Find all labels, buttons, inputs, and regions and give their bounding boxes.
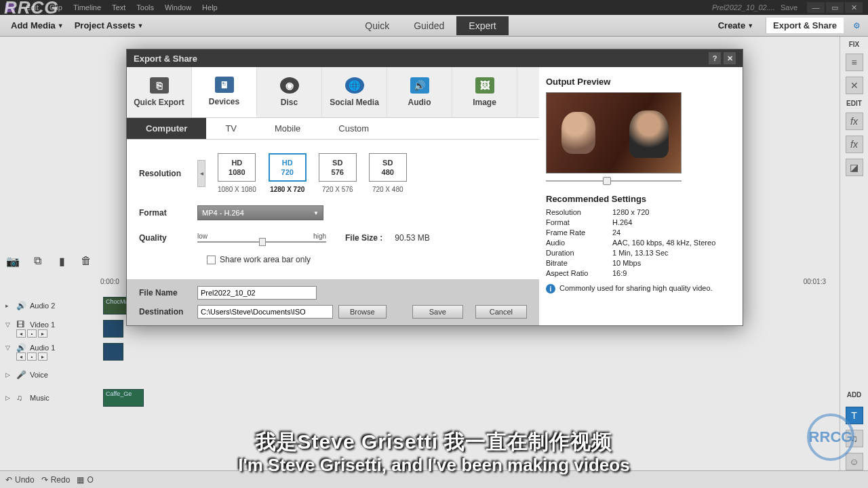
- app-logo-icon: [5, 3, 15, 12]
- transition-icon[interactable]: ◪: [846, 159, 863, 176]
- res-hd-720[interactable]: HD720 1280 X 720: [269, 153, 307, 193]
- camera-icon[interactable]: 📷: [5, 253, 20, 268]
- track-audio1[interactable]: ▽🔊Audio 1 ◂•▸: [5, 342, 840, 362]
- maximize-button[interactable]: ▭: [826, 2, 844, 13]
- destination-input[interactable]: [197, 305, 333, 319]
- audio-clip[interactable]: [103, 343, 123, 361]
- video-clip[interactable]: [103, 320, 123, 338]
- create-button[interactable]: Create▼: [713, 18, 759, 33]
- cat-quick-export[interactable]: ⎘Quick Export: [127, 67, 192, 117]
- main-toolbar: Add Media▼ Project Assets▼ Quick Guided …: [0, 15, 868, 37]
- titles-icon[interactable]: T: [846, 407, 863, 424]
- export-share-toolbar-button[interactable]: Export & Share: [766, 18, 844, 33]
- track-voice[interactable]: ▷🎤Voice: [5, 365, 840, 385]
- track-next-icon[interactable]: ▸: [38, 329, 47, 338]
- fx2-icon[interactable]: fx: [846, 136, 863, 153]
- timeline-tool-row: 📷 ⧉ ▮ 🗑: [5, 253, 94, 268]
- cat-social[interactable]: 🌐Social Media: [322, 67, 387, 117]
- preview-scrub-thumb[interactable]: [603, 177, 611, 185]
- recommended-settings-title: Recommended Settings: [546, 194, 730, 204]
- track-fx-icon[interactable]: •: [27, 329, 37, 338]
- chevron-down-icon: ▼: [313, 210, 319, 216]
- redo-button[interactable]: ↷Redo: [41, 475, 71, 485]
- save-button[interactable]: Save: [412, 305, 463, 319]
- trash-icon[interactable]: 🗑: [79, 253, 94, 268]
- cat-devices[interactable]: 🖥Devices: [192, 67, 257, 117]
- share-workarea-checkbox[interactable]: [207, 256, 216, 264]
- subtab-mobile[interactable]: Mobile: [256, 118, 319, 139]
- menu-clip[interactable]: Clip: [50, 3, 62, 12]
- subtab-custom[interactable]: Custom: [319, 118, 388, 139]
- res-sd-480[interactable]: SD480 720 X 480: [369, 153, 407, 193]
- info-text: Commonly used for sharing high quality v…: [559, 284, 713, 292]
- redo-icon: ↷: [41, 475, 48, 485]
- graphics-icon[interactable]: ☺: [846, 453, 863, 470]
- recommended-settings-list: Resolution1280 x 720 FormatH.264 Frame R…: [546, 208, 730, 277]
- menu-tools[interactable]: Tools: [136, 3, 154, 12]
- menu-text[interactable]: Text: [112, 3, 125, 12]
- menu-help[interactable]: Help: [202, 3, 218, 12]
- res-hd-1080[interactable]: HD1080 1080 X 1080: [218, 153, 256, 193]
- organizer-button[interactable]: ▦ O: [77, 475, 93, 485]
- music-add-icon[interactable]: ♫: [846, 430, 863, 447]
- audio-icon: 🔊: [410, 77, 429, 94]
- menu-edit[interactable]: Edit: [26, 3, 39, 12]
- tools-icon[interactable]: ✕: [846, 77, 863, 94]
- music-clip[interactable]: Caffe_Ge: [103, 389, 144, 407]
- project-assets-button[interactable]: Project Assets▼: [69, 18, 149, 33]
- quality-label: Quality: [139, 233, 197, 243]
- edit-panel-label: EDIT: [846, 100, 862, 107]
- fx-icon[interactable]: fx: [846, 113, 863, 130]
- format-dropdown[interactable]: MP4 - H.264▼: [197, 205, 323, 220]
- track-prev-icon[interactable]: ◂: [16, 329, 26, 338]
- file-size-value: 90.53 MB: [395, 233, 429, 243]
- settings-gear-icon[interactable]: ⚙: [850, 20, 863, 32]
- file-name-input[interactable]: [197, 286, 317, 300]
- res-sd-576[interactable]: SD576 720 X 576: [319, 153, 357, 193]
- format-label: Format: [139, 208, 197, 218]
- marker-icon[interactable]: ▮: [54, 253, 69, 268]
- quick-export-icon: ⎘: [150, 77, 169, 94]
- disc-icon: ◉: [280, 77, 299, 94]
- dialog-title: Export & Share: [134, 54, 197, 64]
- subtab-computer[interactable]: Computer: [127, 118, 206, 139]
- status-bar: ↶Undo ↷Redo ▦ O: [0, 470, 868, 488]
- close-window-button[interactable]: ✕: [845, 2, 863, 13]
- cancel-button[interactable]: Cancel: [475, 305, 527, 319]
- dialog-titlebar: Export & Share ? ✕: [127, 49, 743, 67]
- quality-slider-thumb[interactable]: [259, 238, 266, 246]
- undo-button[interactable]: ↶Undo: [5, 475, 35, 485]
- quality-low-label: low: [197, 232, 208, 240]
- mode-tab-quick[interactable]: Quick: [353, 16, 401, 35]
- menu-timeline[interactable]: Timeline: [73, 3, 101, 12]
- duplicate-icon[interactable]: ⧉: [30, 253, 45, 268]
- cat-audio[interactable]: 🔊Audio: [387, 67, 452, 117]
- browse-button[interactable]: Browse: [338, 305, 387, 319]
- menu-bar: Edit Clip Timeline Text Tools Window Hel…: [0, 0, 868, 15]
- share-workarea-label: Share work area bar only: [220, 255, 311, 264]
- subtab-tv[interactable]: TV: [206, 118, 256, 139]
- add-panel-label: ADD: [847, 391, 862, 399]
- preview-scrub-slider[interactable]: [546, 180, 682, 182]
- dialog-close-button[interactable]: ✕: [724, 52, 736, 64]
- output-preview-title: Output Preview: [546, 77, 730, 87]
- file-size-label: File Size :: [345, 233, 382, 243]
- time-ruler-right: 00:01:3: [804, 278, 826, 285]
- cat-disc[interactable]: ◉Disc: [257, 67, 322, 117]
- mic-icon: 🎤: [16, 370, 27, 380]
- adjust-icon[interactable]: ≡: [846, 54, 863, 71]
- output-preview-image: [546, 92, 682, 174]
- minimize-button[interactable]: —: [807, 2, 825, 13]
- cat-image[interactable]: 🖼Image: [452, 67, 517, 117]
- menu-window[interactable]: Window: [165, 3, 191, 12]
- quality-slider[interactable]: [197, 241, 326, 243]
- track-music[interactable]: ▷♫Music Caffe_Ge: [5, 388, 840, 408]
- export-share-dialog: Export & Share ? ✕ ⎘Quick Export 🖥Device…: [126, 49, 743, 326]
- destination-label: Destination: [139, 307, 197, 317]
- add-media-button[interactable]: Add Media▼: [5, 18, 69, 33]
- mode-tab-guided[interactable]: Guided: [401, 16, 456, 35]
- mode-tab-expert[interactable]: Expert: [456, 16, 508, 35]
- save-link[interactable]: Save: [781, 3, 797, 12]
- resolution-prev-button[interactable]: ◂: [197, 160, 205, 187]
- dialog-help-button[interactable]: ?: [709, 52, 721, 64]
